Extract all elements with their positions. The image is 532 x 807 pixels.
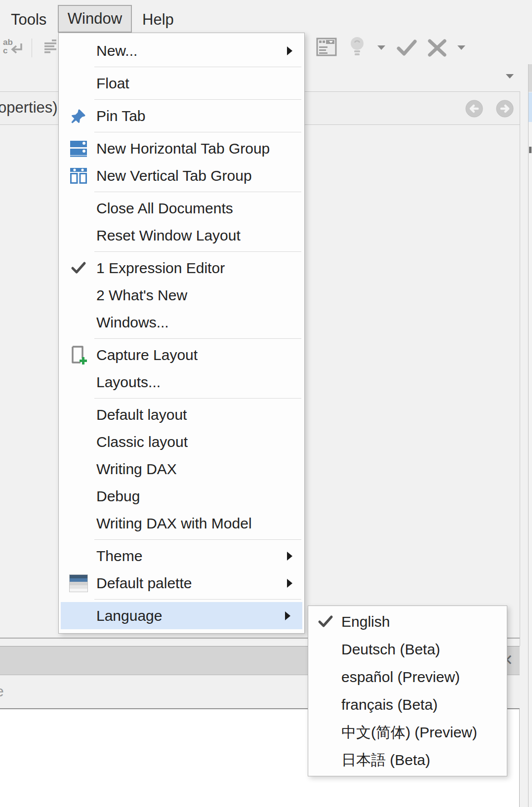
menu-item-label: New... xyxy=(96,42,137,59)
lightbulb-dropdown-caret-icon[interactable] xyxy=(377,45,385,50)
submenu-item-espanol[interactable]: español (Preview) xyxy=(308,663,507,691)
menu-item-label: New Horizontal Tab Group xyxy=(96,140,270,157)
menu-separator xyxy=(94,192,301,192)
submenu-item-francais[interactable]: français (Beta) xyxy=(308,691,507,719)
lightbulb-button[interactable] xyxy=(349,36,366,61)
menu-separator xyxy=(94,251,301,252)
menu-item-pin-tab[interactable]: Pin Tab xyxy=(59,102,304,129)
checkmark-icon xyxy=(65,257,92,279)
menu-item-float[interactable]: Float xyxy=(59,70,304,97)
menu-item-language[interactable]: Language xyxy=(61,602,302,629)
menu-item-new[interactable]: New... xyxy=(59,37,304,64)
submenu-arrow-icon xyxy=(287,46,292,55)
menu-separator xyxy=(94,338,301,339)
submenu-item-label: español (Preview) xyxy=(341,669,460,686)
menu-item-default-palette[interactable]: Default palette xyxy=(59,569,304,597)
menu-item-whats-new[interactable]: 2 What's New xyxy=(59,282,304,309)
menu-item-label: 1 Expression Editor xyxy=(96,260,225,277)
menu-separator xyxy=(94,132,301,132)
menu-item-writing-dax[interactable]: Writing DAX xyxy=(59,455,304,483)
scrollbar-track-segment xyxy=(529,64,532,92)
menu-separator xyxy=(94,539,301,540)
menu-item-label: 2 What's New xyxy=(96,287,187,304)
menu-item-expression-editor[interactable]: 1 Expression Editor xyxy=(59,254,304,282)
menu-help[interactable]: Help xyxy=(139,9,177,31)
content-right-border xyxy=(520,91,520,646)
checkmark-icon xyxy=(313,611,338,633)
menu-item-label: Debug xyxy=(96,488,140,505)
spell-check-icon: ab c xyxy=(2,37,26,60)
spell-check-button[interactable]: ab c xyxy=(2,37,26,62)
text-lines-button[interactable] xyxy=(43,40,57,56)
menu-item-reset-window-layout[interactable]: Reset Window Layout xyxy=(59,222,304,249)
menu-item-label: Writing DAX with Model xyxy=(96,515,252,532)
toolbar-overflow-caret-icon[interactable] xyxy=(506,74,514,79)
menu-window[interactable]: Window xyxy=(58,5,132,33)
right-scrollbar[interactable] xyxy=(528,64,532,807)
text-lines-icon xyxy=(43,40,57,54)
menu-item-layouts[interactable]: Layouts... xyxy=(59,368,304,396)
menu-item-classic-layout[interactable]: Classic layout xyxy=(59,428,304,455)
menu-item-label: Default palette xyxy=(96,575,192,592)
scrollbar-selection-segment xyxy=(529,92,532,122)
submenu-item-label: English xyxy=(341,613,390,630)
capture-layout-icon xyxy=(65,344,92,366)
cancel-x-icon xyxy=(427,39,448,57)
menu-item-label: Classic layout xyxy=(96,434,188,450)
menu-item-label: Default layout xyxy=(96,406,187,423)
forward-arrow-icon xyxy=(495,99,514,118)
approve-check-button[interactable] xyxy=(396,39,418,59)
submenu-item-deutsch[interactable]: Deutsch (Beta) xyxy=(308,636,507,663)
window-menu: New... Float Pin Tab New Horizontal Tab … xyxy=(58,33,305,634)
menu-item-theme[interactable]: Theme xyxy=(59,542,304,569)
cancel-x-button[interactable] xyxy=(427,39,448,59)
submenu-item-chinese[interactable]: 中文(简体) (Preview) xyxy=(308,719,507,746)
menu-item-new-vertical-tab-group[interactable]: New Vertical Tab Group xyxy=(59,162,304,189)
submenu-item-japanese[interactable]: 日本語 (Beta) xyxy=(308,746,507,774)
submenu-item-label: Deutsch (Beta) xyxy=(341,641,440,658)
menu-item-label: Layouts... xyxy=(96,374,161,391)
menu-item-windows[interactable]: Windows... xyxy=(59,309,304,336)
menu-item-label: Theme xyxy=(96,548,142,565)
submenu-item-english[interactable]: English xyxy=(308,608,507,636)
menu-item-capture-layout[interactable]: Capture Layout xyxy=(59,341,304,368)
menu-item-label: Close All Documents xyxy=(96,200,233,217)
menu-item-label: Float xyxy=(96,75,129,92)
menu-separator xyxy=(94,398,301,399)
vertical-tab-group-icon xyxy=(65,165,92,187)
nav-back-button[interactable] xyxy=(465,99,484,118)
palette-icon xyxy=(65,572,92,594)
menu-item-close-all-documents[interactable]: Close All Documents xyxy=(59,195,304,222)
report-form-button[interactable] xyxy=(316,38,338,60)
approve-check-icon xyxy=(396,39,418,57)
back-arrow-icon xyxy=(465,99,484,118)
menu-item-label: Capture Layout xyxy=(96,347,198,363)
menu-item-label: Reset Window Layout xyxy=(96,227,241,244)
menu-item-label: New Vertical Tab Group xyxy=(96,167,252,184)
pane-title-truncated: operties) xyxy=(0,99,58,117)
submenu-arrow-icon xyxy=(287,552,292,561)
lightbulb-icon xyxy=(349,36,366,59)
svg-text:c: c xyxy=(3,46,7,55)
submenu-item-label: 中文(简体) (Preview) xyxy=(341,723,477,743)
menu-item-default-layout[interactable]: Default layout xyxy=(59,401,304,428)
submenu-item-label: 日本語 (Beta) xyxy=(341,750,430,770)
pin-icon xyxy=(65,105,92,127)
menu-item-label: Writing DAX xyxy=(96,461,177,478)
scrollbar-thumb[interactable] xyxy=(529,147,532,153)
submenu-arrow-icon xyxy=(285,611,290,620)
truncated-text: e xyxy=(0,683,4,700)
menu-item-label: Pin Tab xyxy=(96,108,146,124)
menu-item-label: Windows... xyxy=(96,314,169,331)
menu-separator xyxy=(94,67,301,67)
menu-separator xyxy=(94,99,301,100)
menu-tools[interactable]: Tools xyxy=(8,9,49,31)
menu-item-writing-dax-with-model[interactable]: Writing DAX with Model xyxy=(59,510,304,537)
horizontal-tab-group-icon xyxy=(65,138,92,160)
menu-item-debug[interactable]: Debug xyxy=(59,483,304,510)
language-submenu: English Deutsch (Beta) español (Preview)… xyxy=(308,605,507,776)
cancel-dropdown-caret-icon[interactable] xyxy=(457,45,465,50)
submenu-item-label: français (Beta) xyxy=(341,696,438,713)
menu-item-new-horizontal-tab-group[interactable]: New Horizontal Tab Group xyxy=(59,135,304,162)
nav-forward-button[interactable] xyxy=(495,99,514,118)
